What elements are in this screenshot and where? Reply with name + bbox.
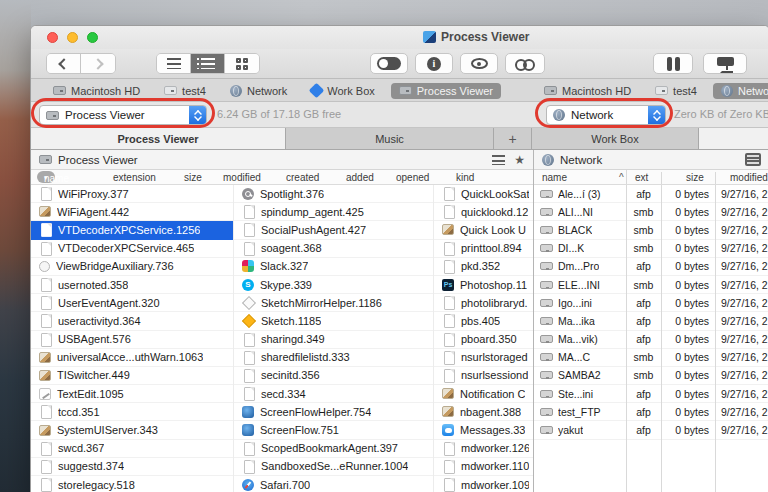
file-item[interactable]: Safari.700 [234,476,433,492]
file-item[interactable]: nsurlstoraged [434,349,533,367]
file-item[interactable]: SandboxedSe...eRunner.1004 [234,458,433,476]
table-row[interactable]: DI...Ksmb0 bytes9/27/16, 2: [534,240,768,258]
file-item[interactable]: nbagent.388 [434,403,533,421]
table-row[interactable]: test_FTPafp0 bytes9/27/16, 2: [534,403,768,421]
minimize-button[interactable] [67,32,78,43]
file-item[interactable]: sharedfilelistd.333 [234,349,433,367]
file-item[interactable]: tccd.351 [31,403,233,421]
right-volume-select[interactable]: Network [546,105,666,125]
table-row[interactable]: ALI...NIsmb0 bytes9/27/16, 2: [534,203,768,221]
tab-music[interactable]: Music [286,128,494,149]
file-item[interactable]: TextEdit.1095 [31,385,233,403]
table-row[interactable]: yakutafp0 bytes9/27/16, 2: [534,421,768,439]
file-item[interactable]: mdworker.109 [434,476,533,492]
grid-view-button[interactable] [225,54,259,73]
file-item[interactable]: useractivityd.364 [31,312,233,330]
file-item[interactable]: nsurlsessiond [434,367,533,385]
list-view-button[interactable] [157,54,191,73]
network-connect-button[interactable] [703,53,747,74]
file-item[interactable]: storelegacy.518 [31,476,233,492]
file-item[interactable]: suggestd.374 [31,458,233,476]
tab-process-viewer[interactable]: Process Viewer [31,128,286,149]
file-item[interactable]: ScreenFlowHelper.754 [234,403,433,421]
favorite-network[interactable]: Network [222,83,295,99]
left-path-bar[interactable]: Process Viewer ★ [31,150,533,170]
file-item[interactable]: Quick Look U [434,221,533,239]
file-item[interactable]: printtool.894 [434,240,533,258]
file-item[interactable]: universalAcce...uthWarn.1063 [31,349,233,367]
table-row[interactable]: BLACKsmb0 bytes9/27/16, 2: [534,221,768,239]
file-item[interactable]: secinitd.356 [234,367,433,385]
zoom-button[interactable] [87,32,98,43]
file-item[interactable]: UserEventAgent.320 [31,294,233,312]
file-item[interactable]: ViewBridgeAuxiliary.736 [31,258,233,276]
header-size[interactable]: size [184,172,202,183]
file-item[interactable]: soagent.368 [234,240,433,258]
file-item[interactable]: WiFiProxy.377 [31,185,233,203]
header-extension[interactable]: extension [113,172,156,183]
file-item[interactable]: VTDecoderXPCService.1256 [31,221,233,239]
header-size[interactable]: size [686,172,704,183]
header-added[interactable]: added [346,172,374,183]
forward-button[interactable] [81,54,115,73]
file-item[interactable]: SocialPushAgent.427 [234,221,433,239]
file-item[interactable]: Spotlight.376 [234,185,433,203]
file-item[interactable]: SystemUIServer.343 [31,421,233,439]
favorite-test4[interactable]: test4 [647,83,705,99]
table-row[interactable]: SAMBA2smb0 bytes9/27/16, 2: [534,367,768,385]
table-row[interactable]: Dm...Proafp0 bytes9/27/16, 2: [534,258,768,276]
file-item[interactable]: pboard.350 [434,331,533,349]
file-item[interactable]: quicklookd.12 [434,203,533,221]
favorite-process-viewer[interactable]: Process Viewer [391,83,501,99]
table-row[interactable]: Ste...iniafp0 bytes9/27/16, 2: [534,385,768,403]
toggle-panes-button[interactable] [370,53,408,74]
table-row[interactable]: Igo...iniafp0 bytes9/27/16, 2: [534,294,768,312]
file-item[interactable]: mdworker.126 [434,440,533,458]
file-item[interactable]: QuickLookSat [434,185,533,203]
left-volume-select[interactable]: Process Viewer [39,105,207,125]
favorite-test4[interactable]: test4 [156,83,214,99]
table-row[interactable]: ELE...INIsmb0 bytes9/27/16, 2: [534,276,768,294]
file-item[interactable]: Sketch.1185 [234,312,433,330]
search-button[interactable] [505,53,545,74]
header-ext[interactable]: ext [635,172,648,183]
header-kind[interactable]: kind [456,172,474,183]
file-item[interactable]: spindump_agent.425 [234,203,433,221]
titlebar[interactable]: Process Viewer [31,26,768,49]
file-item[interactable]: SketchMirrorHelper.1186 [234,294,433,312]
table-row[interactable]: Ale...í (3)afp0 bytes9/27/16, 2: [534,185,768,203]
file-item[interactable]: Skype.339 [234,276,433,294]
add-tab-button[interactable]: + [494,128,532,149]
file-item[interactable]: ScreenFlow.751 [234,421,433,439]
dual-pane-button[interactable] [653,53,693,74]
file-item[interactable]: ScopedBookmarkAgent.397 [234,440,433,458]
tab-work-box[interactable]: Work Box [532,128,699,149]
header-name[interactable]: name [542,172,567,183]
file-item[interactable]: photolibraryd. [434,294,533,312]
sort-lines-icon[interactable] [492,155,505,165]
favorite-macintosh-hd[interactable]: Macintosh HD [536,83,639,99]
favorite-macintosh-hd[interactable]: Macintosh HD [45,83,148,99]
header-created[interactable]: created [286,172,319,183]
header-name[interactable]: name ▾ [37,171,55,183]
close-button[interactable] [47,32,58,43]
detail-view-button[interactable] [191,54,225,73]
file-item[interactable]: secd.334 [234,385,433,403]
file-item[interactable]: sharingd.349 [234,331,433,349]
favorite-network[interactable]: Network [713,83,768,99]
header-opened[interactable]: opened [396,172,429,183]
right-path-bar[interactable]: Network [534,150,768,170]
file-item[interactable]: Messages.33 [434,421,533,439]
file-item[interactable]: pkd.352 [434,258,533,276]
favorite-star-icon[interactable]: ★ [514,154,525,166]
header-modified[interactable]: modified [223,172,261,183]
file-item[interactable]: USBAgent.576 [31,331,233,349]
get-info-button[interactable]: i [415,53,453,74]
file-item[interactable]: WiFiAgent.442 [31,203,233,221]
back-button[interactable] [47,54,81,73]
file-item[interactable]: swcd.367 [31,440,233,458]
file-item[interactable]: usernoted.358 [31,276,233,294]
file-item[interactable]: Slack.327 [234,258,433,276]
file-item[interactable]: pbs.405 [434,312,533,330]
view-options-icon[interactable] [745,153,761,166]
